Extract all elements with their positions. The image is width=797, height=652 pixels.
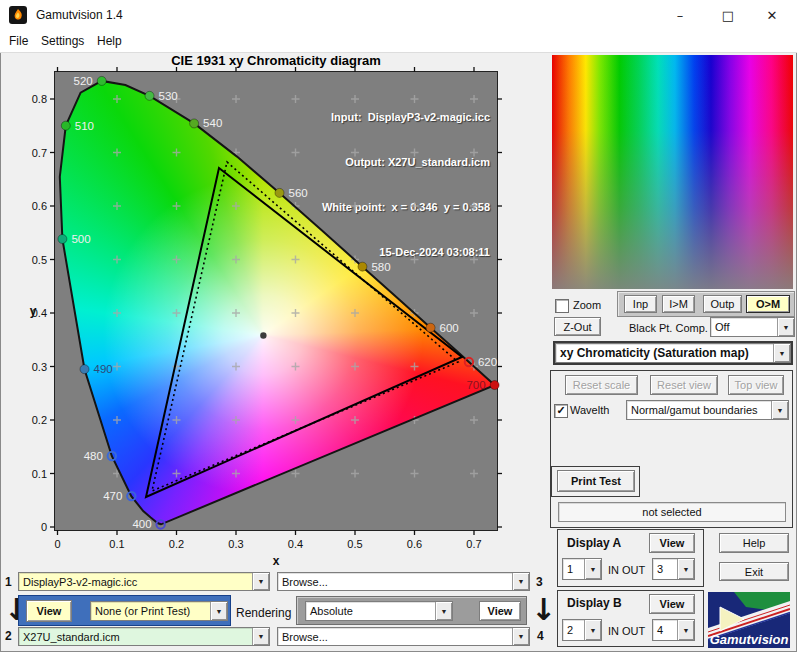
svg-text:0.2: 0.2	[32, 414, 47, 426]
chevron-down-icon[interactable]: ▼	[677, 620, 694, 640]
info-input: Input: DisplayP3-v2-magic.icc	[322, 110, 490, 125]
gamutvision-logo: Gamutvision	[708, 592, 790, 648]
slot2-index: 2	[5, 629, 12, 643]
i-to-m-button[interactable]: I>M	[662, 295, 695, 313]
chevron-down-icon[interactable]: ▼	[512, 573, 529, 590]
zoom-checkbox-label: Zoom	[573, 299, 601, 311]
display-b-out-dropdown[interactable]: 4 ▼	[652, 619, 695, 641]
o-to-m-button[interactable]: O>M	[746, 295, 790, 313]
reset-scale-button[interactable]: Reset scale	[565, 375, 638, 395]
display-a-in-dropdown[interactable]: 1 ▼	[562, 558, 602, 580]
title-bar: Gamutvision 1.4 – □ ✕	[0, 0, 797, 31]
svg-text:0.5: 0.5	[32, 254, 47, 266]
rendering-label: Rendering	[236, 606, 291, 620]
view-output-button[interactable]: View	[479, 601, 521, 621]
browse-profile-3-dropdown[interactable]: Browse... ▼	[277, 572, 530, 591]
svg-text:0.6: 0.6	[407, 538, 422, 550]
svg-text:0.1: 0.1	[32, 468, 47, 480]
chevron-down-icon[interactable]: ▼	[777, 318, 794, 336]
app-icon	[9, 6, 27, 24]
menu-bar: File Settings Help	[0, 30, 797, 53]
chevron-down-icon[interactable]: ▼	[584, 559, 601, 579]
wavelth-checkbox-label: Wavelth	[570, 404, 609, 416]
chevron-down-icon[interactable]: ▼	[771, 401, 788, 419]
display-a-out-dropdown[interactable]: 3 ▼	[652, 558, 695, 580]
display-b-inout-label: IN OUT	[608, 625, 645, 637]
outp-button[interactable]: Outp	[703, 295, 742, 313]
display-b-label: Display B	[567, 596, 622, 610]
window-title: Gamutvision 1.4	[36, 8, 123, 22]
svg-text:0.2: 0.2	[169, 538, 184, 550]
black-pt-comp-label: Black Pt. Comp.	[629, 322, 708, 334]
slot3-index: 3	[536, 575, 543, 589]
info-output: Output: X27U_standard.icm	[322, 155, 490, 170]
svg-text:x: x	[273, 554, 280, 568]
chart-title: CIE 1931 xy Chromaticity diagram	[0, 53, 552, 68]
svg-text:0.5: 0.5	[347, 538, 362, 550]
intent-dropdown[interactable]: None (or Print Test) ▼	[90, 601, 228, 621]
top-view-button[interactable]: Top view	[728, 375, 784, 395]
saturation-map-image	[552, 55, 793, 289]
display-mode-dropdown[interactable]: xy Chromaticity (Saturation map) ▼	[555, 343, 791, 363]
chromaticity-plot-area[interactable]: Input: DisplayP3-v2-magic.icc Output: X2…	[55, 72, 497, 530]
maximize-button[interactable]: □	[706, 0, 750, 30]
display-b-view-button[interactable]: View	[649, 594, 695, 614]
view-input-button[interactable]: View	[26, 600, 72, 622]
display-a-view-button[interactable]: View	[649, 533, 695, 553]
print-test-button[interactable]: Print Test	[557, 470, 635, 492]
down-arrow-right-icon: ↓	[531, 595, 556, 625]
input-profile-dropdown[interactable]: DisplayP3-v2-magic.icc ▼	[18, 572, 270, 591]
svg-text:0.7: 0.7	[32, 147, 47, 159]
menu-help[interactable]: Help	[93, 33, 126, 49]
info-timestamp: 15-Dec-2024 03:08:11	[322, 245, 490, 260]
browse-profile-4-dropdown[interactable]: Browse... ▼	[277, 627, 530, 646]
slot4-index: 4	[537, 629, 544, 643]
svg-text:0.3: 0.3	[228, 538, 243, 550]
black-pt-comp-dropdown[interactable]: Off ▼	[710, 317, 795, 337]
chevron-down-icon[interactable]: ▼	[435, 602, 452, 620]
chevron-down-icon[interactable]: ▼	[252, 573, 269, 590]
svg-text:0.8: 0.8	[32, 93, 47, 105]
minimize-button[interactable]: –	[658, 0, 702, 30]
svg-text:0.4: 0.4	[32, 307, 47, 319]
gamutvision-logo-text: Gamutvision	[710, 632, 789, 647]
status-field: not selected	[558, 502, 786, 522]
chevron-down-icon[interactable]: ▼	[677, 559, 694, 579]
info-whitepoint: White point: x = 0.346 y = 0.358	[322, 200, 490, 215]
reset-view-button[interactable]: Reset view	[650, 375, 718, 395]
chevron-down-icon[interactable]: ▼	[210, 602, 227, 620]
inp-button[interactable]: Inp	[624, 295, 657, 313]
svg-text:0: 0	[54, 538, 60, 550]
exit-button[interactable]: Exit	[719, 562, 789, 581]
chevron-down-icon[interactable]: ▼	[512, 628, 529, 645]
help-button[interactable]: Help	[719, 533, 789, 553]
svg-text:0: 0	[41, 521, 47, 533]
svg-text:0.3: 0.3	[32, 361, 47, 373]
chart-info-block: Input: DisplayP3-v2-magic.icc Output: X2…	[322, 80, 490, 290]
display-mode-frame: xy Chromaticity (Saturation map) ▼	[553, 341, 793, 365]
svg-text:0.4: 0.4	[288, 538, 303, 550]
svg-text:0.6: 0.6	[32, 200, 47, 212]
display-a-label: Display A	[567, 536, 621, 550]
close-button[interactable]: ✕	[750, 0, 794, 30]
menu-settings[interactable]: Settings	[37, 33, 88, 49]
chevron-down-icon[interactable]: ▼	[773, 344, 790, 362]
display-a-inout-label: IN OUT	[608, 564, 645, 576]
wavelth-checkbox[interactable]: ✓	[554, 404, 568, 418]
display-b-in-dropdown[interactable]: 2 ▼	[562, 619, 602, 641]
svg-text:0.7: 0.7	[466, 538, 481, 550]
chevron-down-icon[interactable]: ▼	[252, 628, 269, 645]
chevron-down-icon[interactable]: ▼	[584, 620, 601, 640]
svg-text:y: y	[30, 304, 37, 318]
boundaries-dropdown[interactable]: Normal/gamut boundaries ▼	[626, 400, 789, 420]
output-profile-dropdown[interactable]: X27U_standard.icm ▼	[18, 627, 270, 646]
svg-text:0.1: 0.1	[109, 538, 124, 550]
rendering-intent-dropdown[interactable]: Absolute ▼	[305, 601, 453, 621]
menu-file[interactable]: File	[5, 33, 32, 49]
slot1-index: 1	[5, 575, 12, 589]
z-out-button[interactable]: Z-Out	[554, 317, 601, 336]
zoom-checkbox[interactable]	[555, 299, 569, 313]
